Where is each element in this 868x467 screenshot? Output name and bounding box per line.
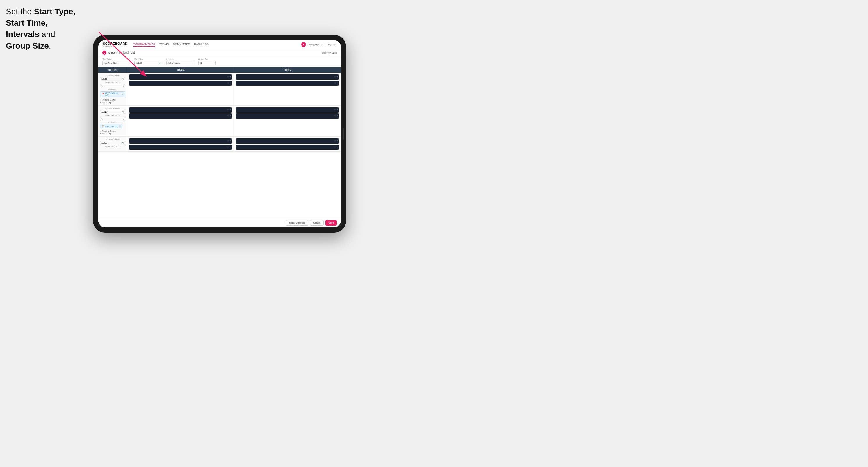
player-row-3-1: ✕ ▾ — [129, 107, 232, 113]
player-x-icon-3-2[interactable]: ✕ — [227, 115, 229, 117]
player-dropdown-icon-4-2[interactable]: ▾ — [337, 115, 338, 117]
player-dropdown-icon-3-2[interactable]: ▾ — [230, 115, 231, 117]
course-val-2: East Lake GC — [105, 125, 118, 127]
player-row-1-2: ✕ ▾ — [129, 81, 232, 86]
group-row-3: STARTING TIME: 10:20 🕐 STARTING HOLE: ✕ … — [98, 137, 341, 152]
player-dropdown-icon-5-1[interactable]: ▾ — [230, 140, 231, 142]
user-email: blair@clipp.io — [308, 43, 322, 46]
time-icon-3: 🕐 — [121, 142, 124, 144]
player-x-icon-2-2[interactable]: ✕ — [334, 82, 336, 84]
player-dropdown-icon-6-2[interactable]: ▾ — [337, 146, 338, 148]
sign-out-link[interactable]: Sign out — [328, 43, 336, 46]
col-team2: Team 2 — [234, 67, 341, 73]
start-time-group: Start Time 10:00 🕐 — [134, 58, 163, 65]
player-x-icon-5-2[interactable]: ✕ — [227, 146, 229, 148]
nav-tournaments[interactable]: TOURNAMENTS — [133, 42, 155, 47]
hole-val-2: 1 — [101, 118, 103, 120]
user-avatar: B — [301, 42, 306, 47]
intervals-select[interactable]: 10 Minutes ▾ — [166, 61, 195, 65]
group-actions-1: ○ Remove Group + Add Group — [100, 99, 125, 103]
add-group-1[interactable]: + Add Group — [100, 101, 125, 103]
back-button[interactable]: ‹ Back — [330, 52, 337, 54]
player-dropdown-icon-3-1[interactable]: ▾ — [230, 109, 231, 111]
starting-time-input-3[interactable]: 10:20 🕐 — [100, 141, 125, 145]
time-icon-2: 🕐 — [121, 111, 124, 113]
player-row-4-2: ✕ ▾ — [236, 114, 339, 119]
course-label-2: COURSE: — [100, 122, 125, 124]
course-icon-2: 🏌 — [102, 125, 104, 127]
starting-hole-select-1[interactable]: 1 ▾ — [100, 84, 125, 88]
course-val-1: (A) Peachtree GC — [105, 92, 121, 96]
instruction-text: Set the Start Type, Start Time, Interval… — [6, 6, 93, 52]
reset-changes-button[interactable]: Reset Changes — [286, 220, 308, 226]
player-row-5-1: ✕ ▾ — [129, 138, 232, 144]
player-dropdown-icon-6-1[interactable]: ▾ — [337, 140, 338, 142]
player-x-icon-1-1[interactable]: ✕ — [227, 76, 229, 78]
team1-col-3: ✕ ▾ ✕ ▾ — [127, 137, 234, 152]
player-dropdown-icon-1-1[interactable]: ▾ — [230, 76, 231, 78]
footer: Reset Changes Cancel Save — [98, 218, 341, 227]
player-x-icon-5-1[interactable]: ✕ — [227, 140, 229, 142]
instruction-bold1: Start Type, — [34, 7, 75, 16]
navbar: SCOREBOARD Powered by clipp.io TOURNAMEN… — [98, 40, 341, 49]
starting-time-input-2[interactable]: 10:10 🕐 — [100, 110, 125, 114]
player-x-icon-3-1[interactable]: ✕ — [227, 109, 229, 111]
time-icon-1: 🕐 — [121, 78, 124, 80]
player-x-icon-6-2[interactable]: ✕ — [334, 146, 336, 148]
starting-time-label-1: STARTING TIME: — [100, 74, 125, 76]
start-type-arrow-icon: ▾ — [128, 62, 129, 64]
starting-time-label-2: STARTING TIME: — [100, 107, 125, 109]
add-group-2[interactable]: + Add Group — [100, 133, 125, 135]
remove-group-1[interactable]: ○ Remove Group — [100, 99, 125, 101]
player-row-1-1: ✕ ▾ — [129, 74, 232, 80]
course-badge-1: 📍 (A) Peachtree GC ✕ — [100, 91, 125, 97]
player-dropdown-icon-5-2[interactable]: ▾ — [230, 146, 231, 148]
player-row-4-1: ✕ ▾ — [236, 107, 339, 113]
group-actions-2: ○ Remove Group + Add Group — [100, 130, 125, 135]
player-x-icon-4-2[interactable]: ✕ — [334, 115, 336, 117]
player-dropdown-icon-1-2[interactable]: ▾ — [230, 82, 231, 84]
nav-teams[interactable]: TEAMS — [159, 42, 169, 47]
group-row-2: STARTING TIME: 10:10 🕐 STARTING HOLE: 1 … — [98, 105, 341, 137]
nav-committee[interactable]: COMMITTEE — [173, 42, 190, 47]
player-row-2-1: ✕ ▾ — [236, 74, 339, 80]
tee-table: Tee Time Team 1 Team 2 STARTING TIME: 10… — [98, 67, 341, 218]
start-type-value: 1st Tee Start — [104, 62, 118, 64]
player-x-icon-6-1[interactable]: ✕ — [334, 140, 336, 142]
save-button[interactable]: Save — [326, 220, 337, 226]
player-x-icon-4-1[interactable]: ✕ — [334, 109, 336, 111]
separator: | — [325, 43, 326, 46]
group-size-select[interactable]: 3 ▾ — [198, 61, 216, 65]
start-time-select[interactable]: 10:00 🕐 — [134, 61, 163, 65]
start-time-value: 10:00 — [136, 62, 142, 64]
team1-col-1: ✕ ▾ ✕ ▾ — [127, 73, 234, 105]
player-row-3-2: ✕ ▾ — [129, 114, 232, 119]
start-type-select[interactable]: 1st Tee Start ▾ — [102, 61, 131, 65]
sub-header-logo: C — [102, 51, 106, 55]
course-icon-1: 📍 — [102, 93, 104, 95]
hole-val-1: 1 — [101, 85, 103, 88]
remove-group-2[interactable]: ○ Remove Group — [100, 130, 125, 132]
hosting-label: Hosting — [322, 52, 330, 54]
start-type-label: Start Type — [102, 58, 131, 60]
course-remove-icon-2[interactable]: ✕ — [119, 125, 121, 127]
nav-rankings[interactable]: RANKINGS — [194, 42, 209, 47]
tee-time-col-1: STARTING TIME: 10:00 🕐 STARTING HOLE: 1 … — [98, 73, 127, 105]
tablet-screen: SCOREBOARD Powered by clipp.io TOURNAMEN… — [98, 40, 341, 227]
settings-bar: Start Type 1st Tee Start ▾ Start Time 10… — [98, 56, 341, 67]
starting-time-input-1[interactable]: 10:00 🕐 — [100, 77, 125, 81]
instruction-bold3: Intervals — [6, 30, 39, 39]
player-dropdown-icon-4-1[interactable]: ▾ — [337, 109, 338, 111]
player-dropdown-icon-2-2[interactable]: ▾ — [337, 82, 338, 84]
team2-col-2: ✕ ▾ ✕ ▾ — [234, 105, 341, 136]
starting-time-label-3: STARTING TIME: — [100, 138, 125, 140]
starting-hole-select-2[interactable]: 1 ▾ — [100, 117, 125, 121]
player-x-icon-2-1[interactable]: ✕ — [334, 76, 336, 78]
course-badge-2: 🏌 East Lake GC ✕ — [100, 124, 122, 128]
player-x-icon-1-2[interactable]: ✕ — [227, 82, 229, 84]
team2-col-1: ✕ ▾ ✕ ▾ — [234, 73, 341, 105]
cancel-button[interactable]: Cancel — [310, 220, 323, 226]
course-remove-icon-1[interactable]: ✕ — [122, 93, 124, 95]
team2-col-3: ✕ ▾ ✕ ▾ — [234, 137, 341, 152]
player-dropdown-icon-2-1[interactable]: ▾ — [337, 76, 338, 78]
